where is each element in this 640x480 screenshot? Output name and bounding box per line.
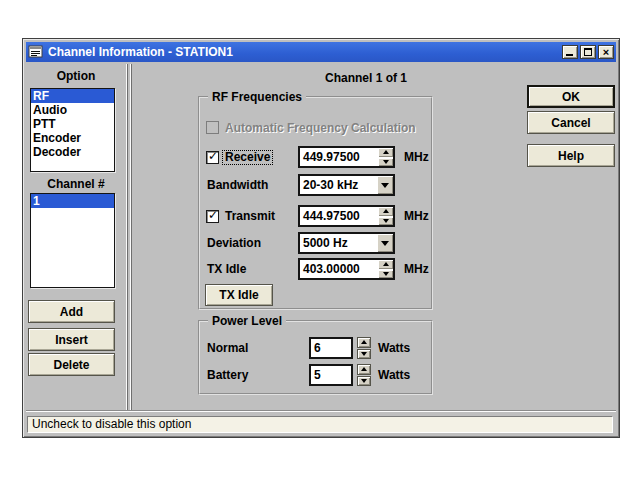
transmit-frequency-value[interactable]: 444.97500 [300,207,378,225]
option-item-ptt[interactable]: PTT [31,117,114,131]
close-button[interactable]: × [598,45,614,59]
spinner-up-button[interactable] [378,207,393,216]
chevron-down-icon [381,241,389,246]
option-section-label: Option [26,70,126,83]
power-level-group: Power Level Normal 6 Watts Battery 5 Wat… [198,320,433,395]
maximize-button[interactable] [580,45,596,59]
receive-frequency-spinner[interactable] [378,148,393,166]
maximize-icon [584,48,592,56]
arrow-up-icon [383,150,389,154]
spinner-up-button[interactable] [378,260,393,269]
receive-label[interactable]: Receive [223,151,272,164]
normal-power-label: Normal [207,342,248,355]
bandwidth-dropdown-button[interactable] [377,176,393,194]
option-listbox[interactable]: RF Audio PTT Encoder Decoder [30,88,115,172]
status-divider [26,410,616,412]
deviation-label: Deviation [207,237,261,250]
ok-button[interactable]: OK [527,85,615,108]
spinner-up-button[interactable] [357,337,371,348]
power-level-title: Power Level [208,314,286,328]
transmit-label[interactable]: Transmit [225,210,275,223]
channel-listbox[interactable]: 1 [30,193,115,288]
option-item-encoder[interactable]: Encoder [31,131,114,145]
battery-power-label: Battery [207,369,248,382]
cancel-button[interactable]: Cancel [527,111,615,134]
delete-button[interactable]: Delete [28,353,115,376]
add-button[interactable]: Add [28,300,115,323]
deviation-value[interactable]: 5000 Hz [300,234,378,252]
transmit-frequency-spinner[interactable] [378,207,393,225]
window-title: Channel Information - STATION1 [48,42,560,62]
spinner-down-button[interactable] [357,376,371,387]
deviation-dropdown-button[interactable] [377,234,393,252]
bandwidth-value[interactable]: 20-30 kHz [300,176,378,194]
receive-unit-label: MHz [404,151,429,164]
insert-button[interactable]: Insert [28,328,115,351]
minimize-button[interactable] [562,45,578,59]
status-message: Uncheck to disable this option [32,417,191,431]
status-bar: Uncheck to disable this option [27,416,613,433]
chevron-down-icon [381,183,389,188]
auto-frequency-checkbox [206,121,219,134]
battery-power-unit: Watts [378,369,410,382]
receive-frequency-value[interactable]: 449.97500 [300,148,378,166]
arrow-up-icon [383,262,389,266]
minimize-icon [566,54,573,56]
channel-section-label: Channel # [26,178,126,191]
channel-header: Channel 1 of 1 [136,72,596,85]
arrow-down-icon [361,379,367,383]
app-icon [28,44,44,60]
bandwidth-label: Bandwidth [207,179,268,192]
help-button[interactable]: Help [527,144,615,167]
spinner-down-button[interactable] [378,217,393,226]
close-icon: × [599,46,613,58]
spinner-down-button[interactable] [357,349,371,360]
spinner-down-button[interactable] [378,158,393,167]
splitter-ridge [130,64,132,410]
arrow-down-icon [361,352,367,356]
splitter-ridge [126,64,128,410]
channel-item-1[interactable]: 1 [31,194,114,208]
normal-power-field[interactable]: 6 [309,337,353,359]
title-bar[interactable]: Channel Information - STATION1 × [26,42,616,62]
pane-splitter[interactable] [126,64,132,410]
tx-idle-unit-label: MHz [404,263,429,276]
arrow-up-icon [361,367,367,371]
tx-idle-button[interactable]: TX Idle [205,284,273,306]
rf-frequencies-group: RF Frequencies Automatic Frequency Calcu… [198,96,433,310]
tx-idle-frequency-spinner[interactable] [378,260,393,278]
arrow-down-icon [383,219,389,223]
transmit-frequency-field[interactable]: 444.97500 [298,205,395,227]
receive-checkbox[interactable] [206,151,219,164]
spinner-down-button[interactable] [378,270,393,279]
normal-power-unit: Watts [378,342,410,355]
battery-power-spinner[interactable] [357,364,371,386]
option-item-rf[interactable]: RF [31,89,114,103]
tx-idle-frequency-field[interactable]: 403.00000 [298,258,395,280]
battery-power-field[interactable]: 5 [309,364,353,386]
channel-information-window: Channel Information - STATION1 × Option … [22,38,620,438]
receive-frequency-field[interactable]: 449.97500 [298,146,395,168]
option-item-audio[interactable]: Audio [31,103,114,117]
spinner-up-button[interactable] [357,364,371,375]
arrow-down-icon [383,160,389,164]
normal-power-spinner[interactable] [357,337,371,359]
spinner-up-button[interactable] [378,148,393,157]
tx-idle-label: TX Idle [207,263,246,276]
arrow-up-icon [361,340,367,344]
transmit-checkbox[interactable] [206,210,219,223]
auto-frequency-label: Automatic Frequency Calculation [225,122,416,135]
bandwidth-select[interactable]: 20-30 kHz [298,174,395,196]
option-item-decoder[interactable]: Decoder [31,145,114,159]
transmit-unit-label: MHz [404,210,429,223]
rf-frequencies-title: RF Frequencies [208,90,306,104]
tx-idle-frequency-value[interactable]: 403.00000 [300,260,378,278]
deviation-select[interactable]: 5000 Hz [298,232,395,254]
arrow-down-icon [383,272,389,276]
arrow-up-icon [383,209,389,213]
